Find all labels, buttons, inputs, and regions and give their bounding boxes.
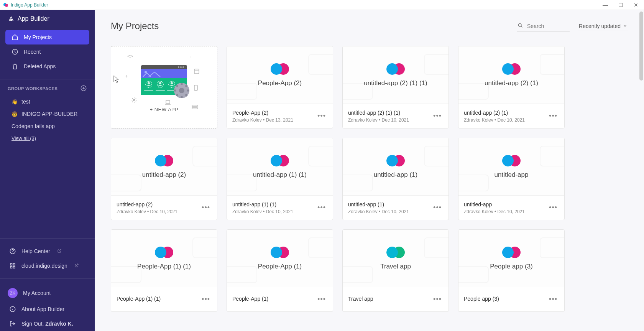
more-button[interactable]: •••	[547, 294, 559, 305]
project-title: People-App (1) (1)	[117, 296, 161, 302]
search-input[interactable]	[527, 23, 569, 29]
svg-point-31	[171, 82, 173, 84]
minimize-button[interactable]: —	[600, 2, 610, 8]
card-preview: untitled-app (1)	[343, 138, 449, 196]
more-button[interactable]: •••	[432, 202, 443, 213]
preview-title: untitled-app	[491, 171, 532, 179]
svg-rect-32	[144, 90, 153, 91]
sign-out-link[interactable]: Sign Out, Zdravko K.	[0, 316, 95, 331]
nav-recent[interactable]: Recent	[5, 44, 89, 59]
scrollbar[interactable]	[639, 12, 643, 81]
project-title: untitled-app	[464, 201, 525, 207]
workspace-item[interactable]: 👋test	[0, 96, 95, 108]
more-button[interactable]: •••	[432, 294, 443, 305]
project-card[interactable]: untitled-app (2) (1) untitled-app (2) (1…	[458, 46, 565, 128]
project-logo-icon	[386, 155, 405, 166]
project-card[interactable]: untitled-app (2) (1) (1) untitled-app (2…	[342, 46, 449, 128]
help-center-link[interactable]: Help Center	[0, 244, 95, 259]
view-all-workspaces[interactable]: View all (3)	[0, 132, 95, 144]
project-title: untitled-app (1)	[348, 201, 409, 207]
more-button[interactable]: •••	[200, 294, 212, 305]
nav-deleted[interactable]: Deleted Apps	[5, 59, 89, 74]
nav-my-projects[interactable]: My Projects	[5, 30, 89, 44]
project-title: untitled-app (2) (1) (1)	[348, 110, 409, 116]
project-logo-icon	[502, 247, 521, 258]
project-meta: Zdravko Kolev • Dec 13, 2021	[232, 117, 293, 123]
workspace-item[interactable]: Codegen fails app	[0, 120, 95, 132]
project-title: untitled-app (2) (1)	[464, 110, 525, 116]
maximize-button[interactable]: ☐	[616, 2, 626, 8]
more-button[interactable]: •••	[316, 294, 327, 305]
project-card[interactable]: People-App (1) (1) People-App (1) (1) ••…	[111, 229, 217, 312]
box-icon	[194, 69, 199, 75]
svg-rect-12	[194, 69, 199, 74]
sidebar: App Builder My Projects Recent Deleted	[0, 10, 95, 331]
project-card[interactable]: untitled-app (1) untitled-app (1) Zdravk…	[342, 138, 449, 220]
svg-rect-33	[156, 90, 165, 91]
more-button[interactable]: •••	[547, 110, 559, 122]
signout-icon	[9, 320, 16, 327]
project-logo-icon	[502, 63, 521, 75]
workspace-name: INDIGO APP-BUILDER	[21, 111, 77, 117]
external-link-icon	[57, 248, 62, 254]
add-workspace-button[interactable]	[80, 85, 87, 92]
close-button[interactable]: ✕	[631, 2, 641, 8]
card-preview: People app (3)	[458, 230, 564, 287]
more-button[interactable]: •••	[547, 202, 559, 213]
more-button[interactable]: •••	[316, 202, 327, 213]
project-logo-icon	[271, 155, 289, 166]
more-button[interactable]: •••	[432, 110, 443, 122]
preview-title: People app (3)	[486, 263, 537, 270]
workspace-name: Codegen fails app	[12, 123, 55, 129]
project-card[interactable]: People-App (1) People-App (1) •••	[227, 229, 333, 312]
project-card[interactable]: People-App (2) People-App (2) Zdravko Ko…	[227, 46, 333, 128]
svg-point-30	[159, 82, 161, 84]
search-box[interactable]	[517, 21, 570, 31]
svg-rect-15	[166, 100, 170, 104]
project-card[interactable]: untitled-app untitled-app Zdravko Kolev …	[458, 138, 565, 220]
sort-dropdown[interactable]: Recently updated	[578, 21, 628, 31]
clock-icon	[12, 48, 18, 55]
project-logo-icon	[271, 63, 289, 75]
card-preview: untitled-app (2) (1)	[458, 46, 564, 104]
plus-icon: +	[125, 73, 128, 79]
nav-label: Deleted Apps	[24, 63, 56, 69]
my-account-link[interactable]: ZK My Account	[0, 284, 95, 302]
brand-name: App Builder	[18, 15, 49, 22]
new-app-label: + NEW APP	[150, 107, 179, 112]
window-title: Indigo App Builder	[11, 2, 48, 8]
external-link-icon	[74, 263, 79, 269]
page-title: My Projects	[111, 21, 159, 31]
project-title: untitled-app (2)	[117, 201, 177, 207]
project-title: People app (3)	[464, 296, 499, 302]
project-logo-icon	[271, 247, 289, 258]
cloud-link[interactable]: cloud.indigo.design	[0, 259, 95, 273]
help-icon	[9, 248, 16, 255]
about-link[interactable]: About App Builder	[0, 302, 95, 316]
new-app-illustration	[137, 62, 191, 100]
trash-icon	[12, 63, 18, 70]
svg-rect-9	[13, 267, 15, 268]
project-card[interactable]: untitled-app (1) (1) untitled-app (1) (1…	[227, 138, 333, 220]
project-card[interactable]: Travel app Travel app •••	[342, 229, 449, 312]
preview-title: People-App (1) (1)	[133, 263, 195, 270]
project-card[interactable]: People app (3) People app (3) •••	[458, 229, 565, 312]
project-card[interactable]: untitled-app (2) untitled-app (2) Zdravk…	[111, 138, 217, 220]
chevron-down-icon	[623, 23, 627, 29]
info-icon	[9, 306, 16, 313]
preview-title: untitled-app (2) (1)	[481, 79, 542, 87]
card-preview: untitled-app (2) (1) (1)	[343, 46, 449, 104]
app-icon	[3, 2, 8, 8]
more-button[interactable]: •••	[316, 110, 327, 122]
svg-point-24	[145, 71, 147, 73]
nav-label: Recent	[24, 49, 41, 55]
new-app-card[interactable]: <> + +	[111, 46, 217, 128]
svg-point-22	[178, 66, 179, 68]
preview-title: Travel app	[376, 263, 415, 270]
project-title: untitled-app (1) (1)	[232, 201, 293, 207]
more-button[interactable]: •••	[200, 202, 212, 213]
project-meta: Zdravko Kolev • Dec 10, 2021	[117, 209, 177, 214]
workspace-item[interactable]: 🤠INDIGO APP-BUILDER	[0, 108, 95, 120]
mobile-icon	[194, 85, 198, 92]
brand-logo-icon	[8, 15, 15, 22]
